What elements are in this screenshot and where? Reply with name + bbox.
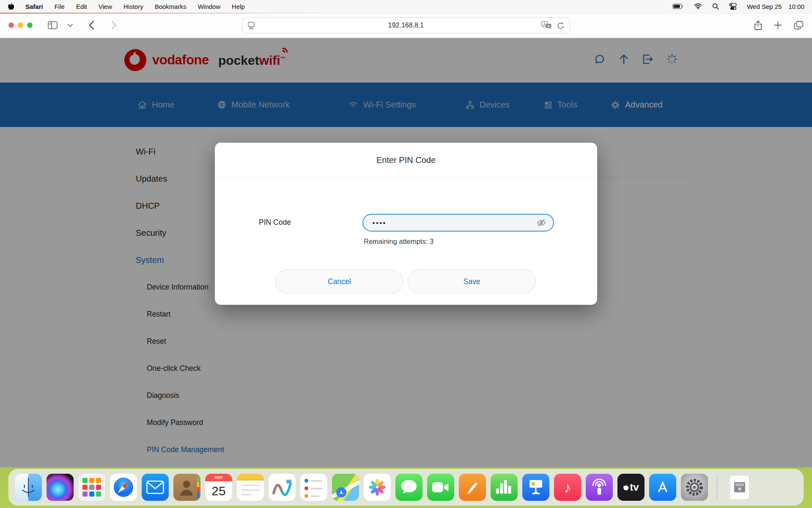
- dock-mail-icon[interactable]: [142, 474, 169, 501]
- dock-reminders-icon[interactable]: [300, 474, 327, 501]
- dock-keynote-icon[interactable]: [522, 474, 549, 501]
- tv-label: tv: [630, 481, 639, 493]
- search-icon[interactable]: [712, 3, 719, 10]
- dock-launchpad-icon[interactable]: [78, 474, 105, 501]
- minimize-window-button[interactable]: [18, 22, 23, 28]
- menu-item-window[interactable]: Window: [198, 3, 220, 10]
- router-page: vodafone pocketwifi™: [0, 38, 812, 467]
- pin-code-label: PIN Code: [259, 218, 291, 227]
- zoom-window-button[interactable]: [27, 22, 33, 28]
- menu-bar: Safari File Edit View History Bookmarks …: [0, 0, 812, 13]
- dock-maps-icon[interactable]: [332, 474, 359, 501]
- menu-item-file[interactable]: File: [55, 3, 65, 10]
- share-icon[interactable]: [754, 20, 762, 30]
- dock-downloads-icon[interactable]: [726, 474, 753, 501]
- menu-item-help[interactable]: Help: [232, 3, 245, 10]
- forward-icon[interactable]: [111, 21, 117, 30]
- dock-freeform-icon[interactable]: [269, 474, 296, 501]
- calendar-day: 25: [205, 481, 232, 501]
- dock-settings-icon[interactable]: [681, 474, 708, 501]
- new-tab-icon[interactable]: [774, 21, 782, 29]
- battery-icon[interactable]: [672, 3, 684, 9]
- dock-pages-icon[interactable]: [459, 474, 486, 501]
- dock-messages-icon[interactable]: [395, 474, 422, 501]
- menu-item-bookmarks[interactable]: Bookmarks: [155, 3, 187, 10]
- url-text[interactable]: 192.168.8.1: [243, 22, 570, 29]
- dock-trash-icon[interactable]: [758, 474, 785, 501]
- menu-item-safari[interactable]: Safari: [25, 3, 43, 10]
- dock-podcasts-icon[interactable]: [586, 474, 613, 501]
- pin-input[interactable]: ••••: [362, 214, 554, 232]
- safari-window: 192.168.8.1 Aa: [0, 13, 812, 467]
- pin-code-dialog: Enter PIN Code PIN Code •••• Remaining a…: [215, 143, 597, 305]
- dock-notes-icon[interactable]: [237, 474, 264, 501]
- wifi-icon[interactable]: [694, 3, 702, 9]
- calendar-month: SEP: [205, 474, 232, 481]
- control-center-icon[interactable]: [729, 3, 737, 10]
- dock-facetime-icon[interactable]: [427, 474, 454, 501]
- menubar-time: 10:00: [788, 3, 804, 10]
- dock-safari-icon[interactable]: [110, 474, 137, 501]
- dialog-title: Enter PIN Code: [215, 143, 597, 178]
- apple-logo-icon[interactable]: [8, 3, 14, 10]
- menubar-clock[interactable]: Wed Sep 25 10:00: [747, 3, 804, 10]
- close-window-button[interactable]: [8, 22, 14, 28]
- dock-music-icon[interactable]: ♪: [554, 474, 581, 501]
- dock-tv-icon[interactable]: tv: [617, 474, 645, 501]
- chevron-down-icon[interactable]: [68, 24, 73, 27]
- sidebar-icon[interactable]: [48, 21, 58, 29]
- dock-siri-icon[interactable]: [47, 474, 74, 501]
- dock-contacts-icon[interactable]: [173, 474, 200, 501]
- dock-photos-icon[interactable]: [364, 474, 391, 501]
- dock: SEP 25 ♪: [8, 469, 804, 505]
- dock-appstore-icon[interactable]: [649, 474, 676, 501]
- address-bar[interactable]: 192.168.8.1 Aa: [242, 17, 570, 33]
- pin-masked-value: ••••: [373, 219, 387, 226]
- traffic-lights: [8, 22, 33, 28]
- menu-item-edit[interactable]: Edit: [76, 3, 87, 10]
- music-note-glyph: ♪: [554, 474, 581, 501]
- eye-slash-icon[interactable]: [536, 218, 546, 227]
- menubar-date: Wed Sep 25: [747, 3, 782, 10]
- remaining-attempts-text: Remaining attempts: 3: [364, 237, 433, 246]
- dock-numbers-icon[interactable]: [491, 474, 518, 501]
- menu-item-history[interactable]: History: [123, 3, 143, 10]
- safari-toolbar: 192.168.8.1 Aa: [0, 13, 812, 38]
- menu-item-view[interactable]: View: [99, 3, 112, 10]
- dock-calendar-icon[interactable]: SEP 25: [205, 474, 232, 501]
- dock-divider: [717, 475, 717, 500]
- cancel-button[interactable]: Cancel: [275, 270, 403, 293]
- dock-finder-icon[interactable]: [15, 474, 42, 501]
- back-icon[interactable]: [89, 21, 94, 30]
- tab-overview-icon[interactable]: [794, 21, 804, 30]
- save-button[interactable]: Save: [408, 270, 536, 293]
